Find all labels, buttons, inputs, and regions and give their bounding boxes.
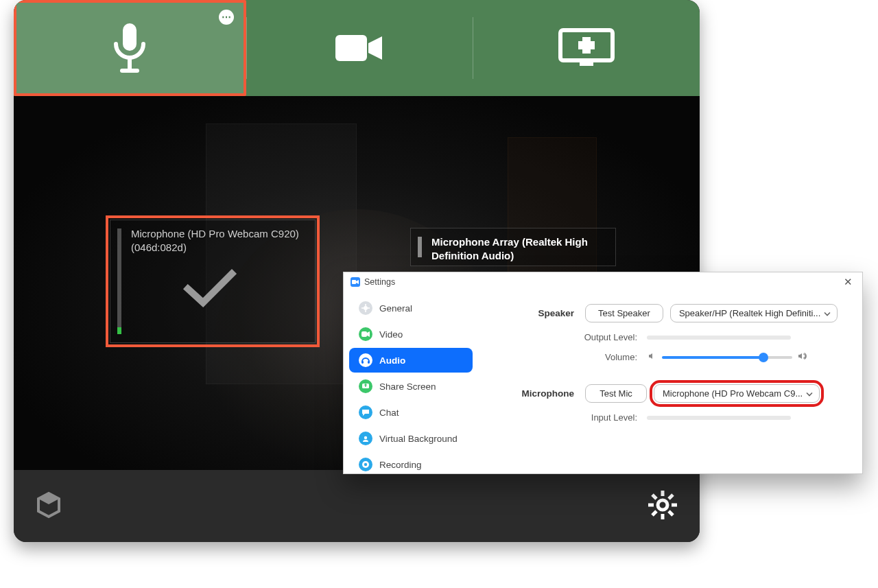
bottom-bar [14, 470, 700, 542]
svg-rect-26 [361, 361, 364, 364]
output-level-label: Output Level: [482, 332, 647, 342]
nav-audio[interactable]: Audio [349, 348, 473, 373]
speaker-device-select[interactable]: Speaker/HP (Realtek High Definiti... [670, 304, 838, 322]
nav-label: General [379, 303, 412, 314]
settings-gear-button[interactable] [646, 489, 679, 524]
close-button[interactable]: ✕ [840, 276, 855, 288]
record-icon [359, 458, 372, 471]
share-small-icon [359, 379, 372, 393]
settings-nav: General Video Audio Share Screen [344, 292, 478, 473]
svg-line-18 [652, 511, 656, 515]
svg-point-29 [364, 436, 367, 439]
headphones-icon [359, 353, 372, 367]
settings-title: Settings [364, 277, 395, 287]
tab-share-screen[interactable] [473, 0, 700, 96]
input-level-bar [117, 228, 121, 334]
settings-titlebar[interactable]: Settings ✕ [344, 272, 862, 292]
svg-point-10 [658, 500, 667, 510]
settings-panel-audio: Speaker Test Speaker Speaker/HP (Realtek… [478, 292, 862, 473]
output-level-meter [647, 336, 791, 340]
test-speaker-button[interactable]: Test Speaker [585, 304, 663, 322]
gear-small-icon [359, 301, 372, 315]
nav-virtual-background[interactable]: Virtual Background [349, 426, 473, 451]
video-small-icon [359, 327, 372, 341]
chat-icon [359, 405, 372, 419]
nav-label: Video [379, 329, 403, 340]
app-logo-icon [34, 491, 63, 522]
close-icon: ✕ [844, 276, 853, 287]
nav-video[interactable]: Video [349, 322, 473, 346]
svg-line-15 [652, 495, 656, 499]
svg-line-16 [669, 511, 673, 515]
mic-option-sublabel: (046d:082d) [131, 241, 304, 255]
mic-option-other[interactable]: Microphone Array (Realtek High Definitio… [410, 228, 616, 266]
settings-window: Settings ✕ General Video [343, 272, 863, 474]
gear-icon [646, 489, 679, 521]
video-camera-icon [334, 31, 385, 65]
share-screen-icon [558, 27, 615, 69]
nav-chat[interactable]: Chat [349, 400, 473, 425]
mic-option-label: Microphone Array (Realtek High Definitio… [431, 235, 604, 263]
checkmark-icon [182, 268, 237, 309]
svg-point-20 [364, 306, 368, 310]
nav-label: Recording [379, 460, 422, 470]
chevron-down-icon [824, 308, 831, 318]
virtual-bg-icon [359, 432, 372, 445]
nav-recording[interactable]: Recording [349, 452, 473, 477]
top-toolbar: ⋯ [14, 0, 700, 96]
microphone-label: Microphone [482, 388, 585, 399]
volume-high-icon [798, 352, 807, 362]
nav-share-screen[interactable]: Share Screen [349, 374, 473, 399]
svg-marker-9 [38, 493, 59, 504]
select-value: Speaker/HP (Realtek High Definiti... [679, 308, 820, 318]
input-level-meter [647, 416, 791, 420]
input-level-bar [418, 237, 422, 257]
nav-label: Chat [379, 408, 399, 418]
svg-line-17 [669, 495, 673, 499]
slider-thumb[interactable] [759, 353, 768, 362]
chevron-down-icon [806, 388, 813, 399]
nav-general[interactable]: General [349, 296, 473, 320]
test-mic-button[interactable]: Test Mic [585, 384, 647, 403]
volume-slider[interactable] [662, 356, 792, 359]
svg-rect-7 [578, 41, 595, 49]
nav-label: Share Screen [379, 381, 436, 392]
svg-rect-2 [120, 69, 139, 73]
audio-options-button[interactable]: ⋯ [219, 10, 234, 25]
mic-option-selected[interactable]: Microphone (HD Pro Webcam C920) (046d:08… [110, 220, 316, 343]
svg-rect-27 [368, 361, 370, 364]
tab-audio[interactable]: ⋯ [14, 0, 246, 96]
svg-rect-19 [352, 280, 356, 284]
speaker-label: Speaker [482, 308, 585, 318]
nav-label: Virtual Background [379, 434, 458, 444]
svg-rect-25 [361, 331, 367, 337]
select-value: Microphone (HD Pro Webcam C9... [663, 388, 803, 399]
svg-point-31 [364, 463, 367, 466]
nav-label: Audio [379, 355, 405, 366]
svg-rect-3 [335, 35, 367, 61]
mic-option-label: Microphone (HD Pro Webcam C920) [131, 227, 304, 241]
input-level-label: Input Level: [482, 412, 647, 423]
svg-rect-5 [580, 62, 593, 66]
svg-rect-1 [128, 58, 132, 69]
svg-rect-0 [123, 23, 137, 51]
microphone-device-select[interactable]: Microphone (HD Pro Webcam C9... [654, 384, 820, 403]
tab-video[interactable] [246, 0, 473, 96]
zoom-app-icon [351, 277, 360, 287]
microphone-icon [110, 21, 149, 75]
volume-low-icon [647, 352, 656, 362]
volume-label: Volume: [482, 352, 647, 362]
